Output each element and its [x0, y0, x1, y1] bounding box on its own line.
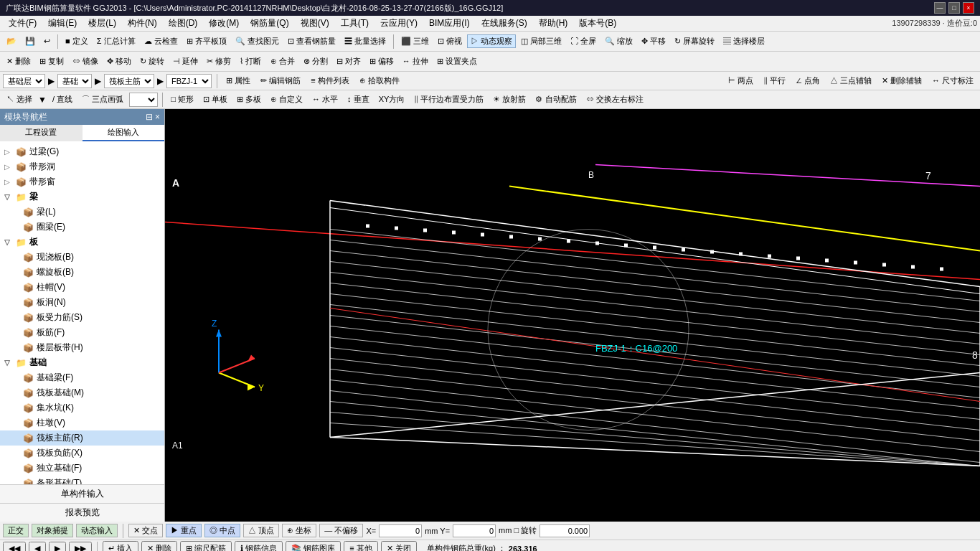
- btn-coord-snap[interactable]: ⊕ 坐标: [282, 524, 316, 537]
- tree-item-cast-slab[interactable]: 📦 现浇板(B): [0, 250, 164, 265]
- sublevel-select[interactable]: 基础: [57, 74, 92, 88]
- toolbar-extend[interactable]: ⊣ 延伸: [169, 55, 202, 68]
- btn-scale-rebar[interactable]: ⊞ 缩尺配筋: [180, 541, 232, 551]
- btn-line-tool[interactable]: / 直线: [49, 93, 76, 106]
- coord-x-input[interactable]: [379, 524, 422, 537]
- toolbar-align[interactable]: ⊟ 对齐: [333, 55, 364, 68]
- toolbar-set-grip[interactable]: ⊞ 设置夹点: [433, 55, 481, 68]
- btn-two-points[interactable]: ⊢ 两点: [725, 74, 757, 88]
- btn-no-offset[interactable]: — 不偏移: [319, 524, 363, 537]
- toolbar-define[interactable]: ■ 定义: [62, 34, 92, 48]
- menu-edit[interactable]: 编辑(E): [42, 16, 83, 31]
- btn-vertical[interactable]: ↕ 垂直: [344, 93, 373, 106]
- toolbar-save[interactable]: 💾: [22, 35, 39, 47]
- tree-item-strip-foundation[interactable]: 📦 条形基础(T): [0, 476, 164, 484]
- toolbar-calculate[interactable]: Σ 汇总计算: [93, 34, 139, 48]
- toolbar-open[interactable]: 📂: [3, 35, 20, 47]
- close-btn[interactable]: ×: [963, 2, 974, 14]
- toolbar-move[interactable]: ✥ 移动: [103, 55, 135, 68]
- arc-select[interactable]: [129, 93, 158, 107]
- tree-item-raft-foundation[interactable]: 📦 筏板基础(M): [0, 385, 164, 400]
- toolbar-copy[interactable]: ⊞ 复制: [36, 55, 67, 68]
- menu-view[interactable]: 视图(V): [295, 16, 335, 31]
- toolbar-select-floor[interactable]: ▤ 选择楼层: [720, 34, 768, 48]
- btn-ortho[interactable]: 正交: [3, 524, 29, 537]
- menu-help[interactable]: 帮助(H): [533, 16, 574, 31]
- btn-other[interactable]: ≡ 其他: [344, 541, 377, 551]
- btn-arc-tool[interactable]: ⌒ 三点画弧: [78, 93, 127, 106]
- menu-modify[interactable]: 修改(M): [203, 16, 245, 31]
- btn-select-tool[interactable]: ↖ 选择: [3, 93, 36, 106]
- tree-item-foundation-beam[interactable]: 📦 基础梁(F): [0, 370, 164, 385]
- toolbar-find[interactable]: 🔍 查找图元: [232, 34, 283, 48]
- btn-endpoint-snap[interactable]: △ 顶点: [243, 524, 279, 537]
- btn-center-snap[interactable]: ◎ 中点: [204, 524, 240, 537]
- menu-file[interactable]: 文件(F): [3, 16, 42, 31]
- toolbar-3d[interactable]: ⬛ 三维: [397, 34, 433, 48]
- btn-parallel[interactable]: ∥ 平行: [760, 74, 789, 88]
- toolbar-stretch[interactable]: ↔ 拉伸: [399, 55, 432, 68]
- level-select[interactable]: 基础层: [3, 74, 45, 88]
- btn-horizontal[interactable]: ↔ 水平: [308, 93, 341, 106]
- btn-dimension[interactable]: ↔ 尺寸标注: [928, 74, 977, 88]
- menu-online[interactable]: 在线服务(S): [476, 16, 533, 31]
- toolbar-local-3d[interactable]: ◫ 局部三维: [517, 34, 565, 48]
- toolbar-undo[interactable]: ↩: [40, 35, 54, 47]
- btn-report-preview[interactable]: 报表预览: [0, 503, 164, 522]
- toolbar-split[interactable]: ⊗ 分割: [300, 55, 331, 68]
- coord-y-input[interactable]: [453, 524, 496, 537]
- menu-bim[interactable]: BIM应用(I): [423, 16, 476, 31]
- btn-rebar-library[interactable]: 📚 钢筋图库: [286, 541, 341, 551]
- tree-item-slab-rebar[interactable]: 📦 板受力筋(S): [0, 310, 164, 325]
- btn-close[interactable]: ✕ 关闭: [381, 541, 417, 551]
- toolbar-cloud-check[interactable]: ☁ 云检查: [141, 34, 182, 48]
- btn-delete-axis[interactable]: ✕ 删除辅轴: [878, 74, 925, 88]
- btn-swap-annotation[interactable]: ⇔ 交换左右标注: [583, 93, 647, 106]
- rotate-input[interactable]: [540, 524, 590, 537]
- menu-tools[interactable]: 工具(T): [335, 16, 374, 31]
- tree-item-raft-main-rebar[interactable]: 📦 筏板主筋(R): [0, 430, 164, 446]
- btn-single-board[interactable]: ⊡ 单板: [199, 93, 231, 106]
- tab-project-settings[interactable]: 工程设置: [0, 125, 83, 141]
- toolbar-fullscreen[interactable]: ⛶ 全屏: [567, 34, 600, 48]
- btn-auto-rebar[interactable]: ⚙ 自动配筋: [532, 93, 580, 106]
- tree-item-slab-bar[interactable]: 📦 板筋(F): [0, 325, 164, 340]
- btn-point-angle[interactable]: ∠ 点角: [792, 74, 824, 88]
- nav-last[interactable]: ▶▶: [69, 542, 92, 551]
- btn-multi-board[interactable]: ⊞ 多板: [233, 93, 265, 106]
- toolbar-dynamic-view[interactable]: ▷ 动态观察: [467, 34, 516, 48]
- tree-item-beam-group[interactable]: ▽ 📁 梁: [0, 189, 164, 204]
- toolbar-top-view[interactable]: ⊡ 俯视: [434, 34, 466, 48]
- btn-custom[interactable]: ⊕ 自定义: [267, 93, 306, 106]
- menu-component[interactable]: 构件(N): [122, 16, 163, 31]
- nav-first[interactable]: ◀◀: [3, 542, 26, 551]
- toolbar-rotate-screen[interactable]: ↻ 屏幕旋转: [671, 34, 718, 48]
- tree-item-isolated-foundation[interactable]: 📦 独立基础(F): [0, 461, 164, 476]
- tree-item-band-window[interactable]: ▷ 📦 带形窗: [0, 174, 164, 189]
- restore-btn[interactable]: □: [948, 2, 960, 14]
- menu-floor[interactable]: 楼层(L): [83, 16, 122, 31]
- panel-controls[interactable]: ⊟ ×: [146, 112, 160, 122]
- btn-parallel-rebar[interactable]: ∥ 平行边布置受力筋: [410, 93, 487, 106]
- toolbar-offset[interactable]: ⊞ 偏移: [366, 55, 397, 68]
- nav-prev[interactable]: ◀: [29, 542, 46, 551]
- canvas-area[interactable]: Z Y A A1 7 8 FBZJ-1：C16@200 B: [165, 109, 980, 522]
- btn-pick-component[interactable]: ⊕ 拾取构件: [356, 74, 403, 88]
- toolbar-batch-select[interactable]: ☰ 批量选择: [341, 34, 390, 48]
- tree-item-foundation-group[interactable]: ▽ 📁 基础: [0, 355, 164, 370]
- toolbar-mirror[interactable]: ⇔ 镜像: [69, 55, 102, 68]
- tree-item-slab-hole[interactable]: 📦 板洞(N): [0, 295, 164, 310]
- tree-item-ring-beam[interactable]: 📦 圈梁(E): [0, 220, 164, 235]
- toolbar-break[interactable]: ⌇ 打断: [236, 55, 265, 68]
- btn-delete-row[interactable]: ✕ 删除: [141, 541, 177, 551]
- menu-draw[interactable]: 绘图(D): [163, 16, 204, 31]
- nav-next[interactable]: ▶: [49, 542, 66, 551]
- tree-item-raft-neg-rebar[interactable]: 📦 筏板负筋(X): [0, 446, 164, 461]
- btn-xy-dir[interactable]: XY方向: [375, 93, 409, 106]
- tree-item-beam-form[interactable]: ▷ 📦 过梁(G): [0, 144, 164, 159]
- menu-version[interactable]: 版本号(B): [573, 16, 622, 31]
- btn-dynamic-input[interactable]: 动态输入: [76, 524, 118, 537]
- toolbar-align-top[interactable]: ⊞ 齐平板顶: [183, 34, 230, 48]
- btn-radial-rebar[interactable]: ☀ 放射筋: [489, 93, 529, 106]
- toolbar-merge[interactable]: ⊕ 合并: [267, 55, 298, 68]
